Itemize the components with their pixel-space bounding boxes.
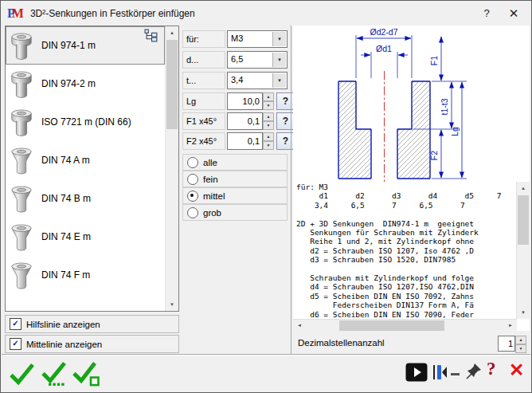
d-select[interactable]: 6,5 ▼: [227, 51, 288, 69]
radio-label: grob: [203, 208, 221, 218]
countersink-thumbnail-icon: [10, 144, 33, 177]
list-item-iso-7721[interactable]: ISO 7721 m (DIN 66): [6, 103, 165, 141]
spin-down-icon[interactable]: ▼: [263, 101, 274, 110]
hatched-section-right: [397, 81, 430, 179]
chevron-down-icon[interactable]: ▼: [272, 53, 286, 67]
list-item-din-974-2[interactable]: DIN 974-2 m: [6, 65, 165, 103]
counterbore-thumbnail-icon: [10, 29, 33, 62]
scroll-up-icon[interactable]: ▲: [166, 26, 178, 39]
text-horizontal-scrollbar[interactable]: ◄ ►: [293, 319, 517, 332]
titlebar[interactable]: PM 3D²-Senkungen in Festkörper einfügen …: [2, 2, 530, 25]
bottom-toolbar: ? ✕: [2, 354, 530, 391]
scroll-down-icon[interactable]: ▼: [517, 306, 530, 319]
f1-input[interactable]: 0,1: [227, 112, 263, 130]
scroll-up-icon[interactable]: ▲: [517, 182, 530, 195]
scroll-left-icon[interactable]: ◄: [293, 320, 306, 332]
checkbox-row-mittelinie[interactable]: ✓ Mittelinie anzeigen: [5, 335, 179, 353]
hilfslinie-label: Hilfslinie anzeigen: [26, 320, 100, 329]
list-item-label: ISO 7721 m (DIN 66): [41, 116, 131, 128]
radio-icon-selected[interactable]: [187, 191, 198, 202]
mittelinie-checkbox[interactable]: ✓: [10, 338, 22, 350]
list-item-label: DIN 74 E m: [41, 231, 91, 242]
t-select[interactable]: 3,4 ▼: [227, 72, 288, 89]
ok-repeat-button[interactable]: [40, 360, 68, 387]
dim-label-t1t3: t1-t3: [440, 98, 449, 115]
f2-input[interactable]: 0,1: [227, 132, 263, 150]
context-help-button[interactable]: ?: [487, 359, 496, 379]
play-video-button[interactable]: [405, 363, 428, 382]
tree-structure-icon[interactable]: [144, 29, 158, 42]
thread-size-value: M3: [231, 33, 243, 43]
spin-down-icon[interactable]: ▼: [515, 344, 526, 353]
list-item-din-74-e[interactable]: DIN 74 E m: [6, 218, 165, 256]
list-item-label: DIN 974-1 m: [41, 40, 96, 51]
scroll-thumb[interactable]: [339, 320, 444, 331]
spin-up-icon[interactable]: ▲: [263, 112, 274, 121]
cancel-button[interactable]: ✕: [509, 360, 524, 381]
scroll-thumb[interactable]: [518, 195, 529, 245]
scroll-down-icon[interactable]: ▼: [166, 298, 178, 311]
spin-up-icon[interactable]: ▲: [263, 92, 274, 101]
list-item-din-74-b[interactable]: DIN 74 B m: [6, 179, 165, 218]
radio-icon[interactable]: [187, 157, 198, 168]
f2-chamfer-label: F2 x45°: [182, 132, 225, 150]
list-item-din-74-a[interactable]: DIN 74 A m: [6, 141, 165, 179]
chevron-down-icon[interactable]: ▼: [272, 32, 286, 46]
radio-option-alle[interactable]: alle: [182, 154, 288, 171]
d-label: d...: [182, 51, 225, 69]
ok-new-button[interactable]: [72, 360, 100, 387]
hilfslinie-checkbox[interactable]: ✓: [10, 318, 22, 330]
radio-label: alle: [203, 158, 217, 167]
dim-label-d2d7: Ød2-d7: [370, 27, 397, 37]
dialog-window: PM 3D²-Senkungen in Festkörper einfügen …: [0, 0, 532, 393]
decimal-places-row: Dezimalstellenanzahl 1 ▲ ▼: [293, 331, 530, 356]
thread-size-select[interactable]: M3 ▼: [227, 30, 288, 48]
counterbore-thumbnail-icon: [10, 106, 33, 139]
panel-toggle-button[interactable]: [432, 363, 448, 382]
minimize-button[interactable]: [450, 363, 461, 382]
list-item-label: DIN 74 B m: [41, 193, 91, 204]
window-title: 3D²-Senkungen in Festkörper einfügen: [30, 8, 195, 19]
list-item-din-974-1[interactable]: DIN 974-1 m: [6, 26, 165, 65]
decimal-places-input[interactable]: 1: [498, 336, 515, 352]
countersink-thumbnail-icon: [10, 183, 33, 215]
spin-down-icon[interactable]: ▼: [263, 121, 274, 130]
spin-up-icon[interactable]: ▲: [263, 132, 274, 141]
scroll-thumb[interactable]: [166, 40, 178, 129]
scroll-right-icon[interactable]: ►: [504, 320, 517, 332]
dim-label-d1: Ød1: [376, 44, 392, 53]
text-vertical-scrollbar[interactable]: ▲ ▼: [516, 182, 530, 319]
radio-icon[interactable]: [187, 207, 198, 218]
decimal-places-label: Dezimalstellenanzahl: [298, 338, 385, 348]
standards-list: DIN 974-1 m DIN 974-2 m ISO 7721 m (DIN …: [5, 26, 179, 312]
d-value: 6,5: [231, 54, 243, 64]
spin-down-icon[interactable]: ▼: [263, 141, 274, 150]
hatched-section-left: [338, 81, 371, 179]
radio-label: mittel: [203, 191, 225, 201]
radio-label: fein: [203, 175, 218, 184]
list-item-label: DIN 974-2 m: [41, 78, 96, 89]
radio-icon[interactable]: [187, 174, 198, 185]
t-label: t...: [182, 72, 225, 89]
preview-panel: Ød2-d7 Ød1 F1 t1-t3 Lg F2 für: M3 d1 d2 …: [293, 26, 530, 356]
thread-size-label: für:: [182, 30, 225, 48]
spin-up-icon[interactable]: ▲: [515, 336, 526, 344]
dim-label-f1: F1: [429, 56, 439, 65]
radio-option-grob[interactable]: grob: [182, 204, 288, 221]
titlebar-close-button[interactable]: ✕: [502, 3, 526, 23]
lg-input[interactable]: 10,0: [227, 92, 263, 110]
titlebar-help-button[interactable]: ?: [475, 3, 499, 23]
list-scrollbar[interactable]: ▲ ▼: [165, 26, 178, 311]
standard-description-text: für: M3 d1 d2 d3 d4 d5 7 3,4 6,5 7 6,5 7…: [296, 183, 516, 318]
dim-label-f2: F2: [429, 151, 439, 160]
counterbore-thumbnail-icon: [10, 68, 33, 100]
ok-button[interactable]: [8, 360, 37, 387]
checkbox-row-hilfslinie[interactable]: ✓ Hilfslinie anzeigen: [5, 315, 179, 333]
pin-button[interactable]: [465, 362, 483, 381]
radio-option-fein[interactable]: fein: [182, 171, 288, 187]
mittelinie-label: Mittelinie anzeigen: [26, 340, 102, 349]
radio-option-mittel[interactable]: mittel: [182, 187, 288, 204]
chevron-down-icon[interactable]: ▼: [272, 73, 286, 88]
list-item-din-74-f[interactable]: DIN 74 F m: [6, 256, 165, 294]
list-item-label: DIN 74 F m: [41, 269, 90, 281]
